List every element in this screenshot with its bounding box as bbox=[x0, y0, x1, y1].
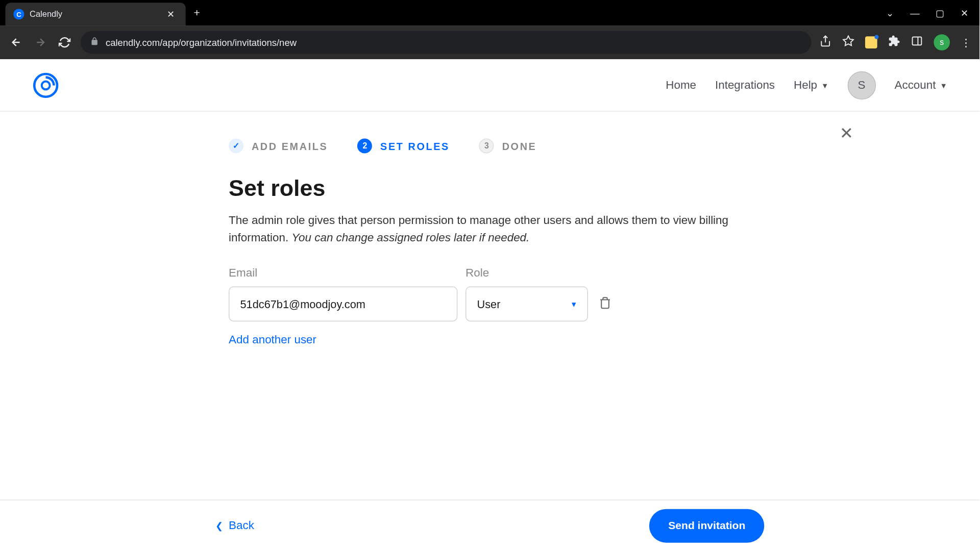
nav-account-label: Account bbox=[895, 79, 936, 92]
app-header: Home Integrations Help ▼ S Account ▼ bbox=[0, 59, 979, 112]
svg-marker-0 bbox=[843, 36, 853, 46]
browser-tab[interactable]: C Calendly ✕ bbox=[6, 3, 186, 26]
tab-title: Calendly bbox=[30, 9, 159, 18]
step-label: DONE bbox=[502, 140, 537, 152]
add-user-link[interactable]: Add another user bbox=[229, 334, 316, 346]
side-panel-icon[interactable] bbox=[911, 35, 923, 50]
step-done[interactable]: 3 DONE bbox=[479, 139, 536, 154]
step-number-badge: 2 bbox=[357, 139, 372, 154]
chevron-down-icon: ▾ bbox=[572, 299, 576, 309]
tab-close-icon[interactable]: ✕ bbox=[164, 7, 178, 20]
window-controls: ⌄ — ▢ ✕ bbox=[886, 7, 979, 18]
browser-toolbar: calendly.com/app/organization/invitation… bbox=[0, 26, 979, 59]
bookmark-star-icon[interactable] bbox=[842, 35, 854, 50]
user-row: User ▾ bbox=[229, 286, 751, 321]
footer-bar: ❮ Back Send invitation bbox=[0, 499, 979, 550]
role-column-header: Role bbox=[465, 266, 588, 280]
nav-help-label: Help bbox=[794, 79, 817, 92]
forward-nav-icon[interactable] bbox=[32, 34, 48, 51]
url-text: calendly.com/app/organization/invitation… bbox=[106, 37, 802, 47]
nav-integrations[interactable]: Integrations bbox=[715, 79, 775, 92]
email-column-header: Email bbox=[229, 266, 457, 280]
tab-favicon-icon: C bbox=[13, 9, 24, 19]
back-nav-icon[interactable] bbox=[8, 34, 24, 51]
delete-row-button[interactable] bbox=[596, 293, 615, 314]
step-label: SET ROLES bbox=[380, 140, 450, 152]
maximize-icon[interactable]: ▢ bbox=[936, 7, 944, 18]
nav-account[interactable]: Account ▼ bbox=[895, 79, 947, 92]
chevron-left-icon: ❮ bbox=[215, 520, 224, 531]
caret-down-icon: ▼ bbox=[821, 81, 828, 89]
reload-icon[interactable] bbox=[57, 34, 73, 51]
browser-tab-strip: C Calendly ✕ + ⌄ — ▢ ✕ bbox=[0, 0, 979, 26]
extensions-icon[interactable] bbox=[888, 35, 900, 50]
user-avatar[interactable]: S bbox=[847, 71, 875, 99]
nav-help[interactable]: Help ▼ bbox=[794, 79, 828, 92]
step-number-badge: 3 bbox=[479, 139, 494, 154]
tabs-dropdown-icon[interactable]: ⌄ bbox=[886, 7, 894, 18]
check-icon: ✓ bbox=[229, 139, 243, 154]
extension-badge-icon[interactable] bbox=[865, 36, 877, 48]
desc-italic: You can change assigned roles later if n… bbox=[291, 231, 529, 244]
step-add-emails[interactable]: ✓ ADD EMAILS bbox=[229, 139, 328, 154]
close-window-icon[interactable]: ✕ bbox=[961, 7, 969, 18]
role-select[interactable]: User ▾ bbox=[465, 286, 588, 321]
minimize-icon[interactable]: — bbox=[910, 7, 919, 18]
role-value: User bbox=[477, 297, 500, 310]
page-description: The admin role gives that person permiss… bbox=[229, 212, 740, 246]
back-label: Back bbox=[229, 519, 254, 532]
close-icon[interactable]: ✕ bbox=[840, 124, 853, 143]
column-headers: Email Role bbox=[229, 266, 751, 280]
svg-point-4 bbox=[42, 81, 50, 89]
svg-rect-1 bbox=[913, 37, 922, 45]
email-input[interactable] bbox=[229, 286, 457, 321]
send-invitation-button[interactable]: Send invitation bbox=[649, 509, 764, 542]
page-title: Set roles bbox=[229, 175, 751, 201]
profile-avatar[interactable]: s bbox=[934, 34, 950, 51]
back-button[interactable]: ❮ Back bbox=[215, 519, 254, 532]
share-icon[interactable] bbox=[819, 35, 831, 50]
stepper: ✓ ADD EMAILS 2 SET ROLES 3 DONE bbox=[0, 139, 979, 154]
step-set-roles[interactable]: 2 SET ROLES bbox=[357, 139, 450, 154]
calendly-logo-icon[interactable] bbox=[32, 71, 59, 98]
lock-icon bbox=[90, 37, 99, 47]
kebab-menu-icon[interactable]: ⋮ bbox=[961, 36, 971, 49]
caret-down-icon: ▼ bbox=[940, 81, 947, 89]
nav-home[interactable]: Home bbox=[666, 79, 696, 92]
new-tab-button[interactable]: + bbox=[186, 7, 208, 19]
step-label: ADD EMAILS bbox=[252, 140, 328, 152]
address-bar[interactable]: calendly.com/app/organization/invitation… bbox=[81, 31, 811, 54]
